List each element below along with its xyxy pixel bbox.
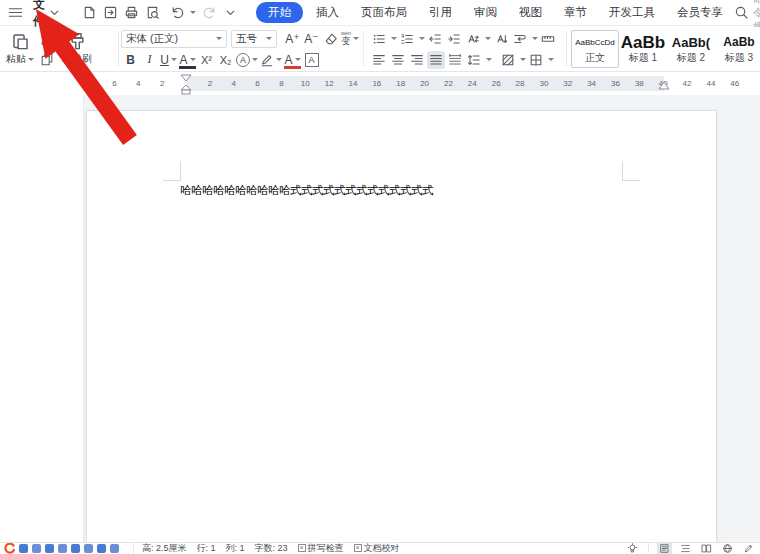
ruler-tick: 2 — [208, 79, 212, 88]
tab-审阅[interactable]: 审阅 — [465, 2, 506, 23]
tab-章节[interactable]: 章节 — [555, 2, 596, 23]
status-app-icon[interactable] — [58, 544, 67, 553]
align-center-icon[interactable] — [389, 51, 407, 69]
ruler-tick: 22 — [444, 79, 453, 88]
undo-dropdown-caret[interactable] — [190, 11, 196, 14]
line-spacing-icon[interactable] — [465, 51, 483, 69]
status-app-icon[interactable] — [110, 544, 119, 553]
status-app-icon[interactable] — [19, 544, 28, 553]
print-icon[interactable] — [124, 3, 139, 23]
cut-icon[interactable] — [40, 32, 54, 46]
status-app-icon[interactable] — [32, 544, 41, 553]
highlight-button[interactable] — [259, 51, 283, 69]
undo-button[interactable] — [166, 3, 196, 23]
increase-indent-icon[interactable] — [445, 30, 463, 48]
underline-button[interactable]: U — [159, 51, 178, 69]
tab-引用[interactable]: 引用 — [420, 2, 461, 23]
toolbar-more-icon[interactable] — [223, 3, 238, 23]
bullet-list-icon[interactable] — [370, 30, 388, 48]
status-app-icon[interactable] — [97, 544, 106, 553]
new-doc-icon[interactable] — [82, 3, 97, 23]
right-indent-marker[interactable] — [658, 81, 670, 91]
ruler-tick: 36 — [611, 79, 620, 88]
print-preview-icon[interactable] — [145, 3, 160, 23]
doc-proofing-toggle[interactable]: ×文档校对 — [354, 543, 400, 554]
ruler-tick: 2 — [160, 79, 164, 88]
left-indent-marker[interactable] — [180, 74, 192, 96]
tab-会员专享[interactable]: 会员专享 — [668, 2, 732, 23]
file-menu[interactable]: 文件 — [29, 0, 62, 30]
multipage-view-icon[interactable] — [699, 543, 714, 554]
page-view-icon[interactable] — [657, 543, 672, 554]
eye-protect-icon[interactable] — [625, 543, 640, 554]
clipboard-group: 粘贴 格式刷 — [0, 27, 118, 71]
word-count[interactable]: 字数: 23 — [255, 543, 288, 554]
paragraph-group — [364, 27, 566, 71]
distribute-icon[interactable] — [446, 51, 464, 69]
ruler-tick: 6 — [255, 79, 259, 88]
hamburger-icon[interactable] — [8, 3, 23, 23]
char-scale-icon[interactable] — [464, 30, 482, 48]
text-effect-button[interactable]: A — [235, 51, 259, 69]
format-painter-button[interactable]: 格式刷 — [62, 32, 92, 66]
align-right-icon[interactable] — [408, 51, 426, 69]
status-app-icon[interactable] — [84, 544, 93, 553]
style-正文[interactable]: AaBbCcDd正文 — [571, 30, 619, 68]
style-标题 1[interactable]: AaBb标题 1 — [619, 30, 667, 68]
decrease-font-button[interactable]: A⁻ — [302, 30, 321, 48]
export-icon[interactable] — [103, 3, 118, 23]
font-name-select[interactable]: 宋体 (正文) — [121, 30, 227, 48]
ruler-tick: 16 — [372, 79, 381, 88]
justify-icon[interactable] — [427, 51, 445, 69]
pinyin-guide-button[interactable]: wén 变 — [340, 30, 360, 48]
paste-button[interactable]: 粘贴 — [6, 32, 34, 66]
line-info: 行: 1 — [197, 543, 216, 554]
styles-gallery: AaBbCcDd正文AaBb标题 1AaBb(标题 2AaBb标题 3 — [567, 27, 760, 71]
tab-页面布局[interactable]: 页面布局 — [352, 2, 416, 23]
tab-插入[interactable]: 插入 — [307, 2, 348, 23]
status-app-icon[interactable] — [45, 544, 54, 553]
ruler-tick: 30 — [539, 79, 548, 88]
horizontal-ruler[interactable]: 6422468101214161820222426283032343638404… — [0, 72, 760, 95]
shading-icon[interactable] — [499, 51, 517, 69]
margin-mark-top-left — [163, 161, 181, 181]
status-app-icon[interactable] — [71, 544, 80, 553]
clear-format-icon[interactable] — [321, 30, 340, 48]
ruler-icon[interactable] — [539, 30, 557, 48]
outline-view-icon[interactable] — [678, 543, 693, 554]
char-border-button[interactable]: A — [178, 51, 197, 69]
font-size-value: 五号 — [236, 32, 257, 46]
tab-视图[interactable]: 视图 — [510, 2, 551, 23]
document-page[interactable]: 哈哈哈哈哈哈哈哈哈哈式式式式式式式式式式式式式 — [86, 110, 717, 544]
ink-pen-icon[interactable] — [741, 543, 756, 554]
wps-logo[interactable] — [2, 543, 15, 554]
spell-check-toggle[interactable]: ×拼写检查 — [298, 543, 344, 554]
height-info: 高: 2.5厘米 — [142, 543, 187, 554]
tab-开发工具[interactable]: 开发工具 — [600, 2, 664, 23]
wrap-icon[interactable] — [511, 30, 529, 48]
redo-icon[interactable] — [202, 3, 217, 23]
increase-font-button[interactable]: A⁺ — [283, 30, 302, 48]
sort-text-icon[interactable] — [492, 30, 510, 48]
borders-icon[interactable] — [527, 51, 545, 69]
ruler-tick: 46 — [730, 79, 739, 88]
align-left-icon[interactable] — [370, 51, 388, 69]
numbered-list-icon[interactable] — [398, 30, 416, 48]
char-shading-button[interactable]: A — [302, 51, 321, 69]
tab-开始[interactable]: 开始 — [256, 2, 303, 23]
paste-icon — [11, 32, 30, 51]
style-标题 2[interactable]: AaBb(标题 2 — [667, 30, 715, 68]
decrease-indent-icon[interactable] — [426, 30, 444, 48]
ruler-tick: 6 — [112, 79, 116, 88]
web-view-icon[interactable] — [720, 543, 735, 554]
font-color-button[interactable]: A — [283, 51, 302, 69]
document-text[interactable]: 哈哈哈哈哈哈哈哈哈哈式式式式式式式式式式式式式 — [180, 183, 433, 198]
font-size-select[interactable]: 五号 — [231, 30, 277, 48]
bold-button[interactable]: B — [121, 51, 140, 69]
copy-icon[interactable] — [40, 52, 54, 66]
italic-button[interactable]: I — [140, 51, 159, 69]
ruler-tick: 28 — [516, 79, 525, 88]
superscript-button[interactable]: X² — [197, 51, 216, 69]
style-标题 3[interactable]: AaBb标题 3 — [715, 30, 760, 68]
subscript-button[interactable]: X₂ — [216, 51, 235, 69]
